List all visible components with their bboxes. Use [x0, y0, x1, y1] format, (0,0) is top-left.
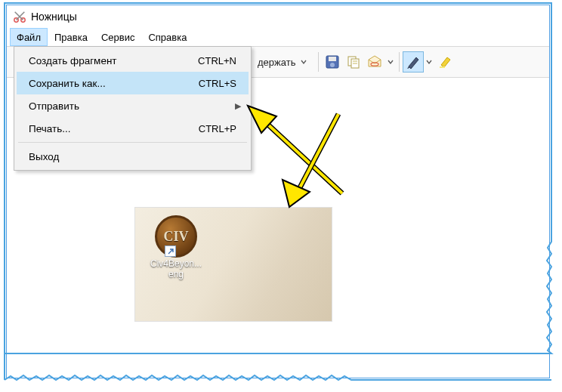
mail-icon — [366, 54, 383, 69]
menubar: Файл Правка Сервис Справка — [7, 28, 549, 46]
menu-edit[interactable]: Правка — [48, 28, 94, 46]
svg-rect-5 — [329, 57, 336, 61]
civ-icon: CIV — [155, 215, 197, 258]
icon-label: Civ4Beyon... eng — [146, 259, 206, 280]
toolbar-separator — [318, 52, 319, 72]
menu-help[interactable]: Справка — [141, 28, 193, 46]
civ-icon-text: CIV — [163, 229, 188, 245]
snipping-tool-window: Ножницы Файл Правка Сервис Справка держа… — [6, 5, 550, 378]
menu-item-save-as[interactable]: Сохранить как... CTRL+S — [17, 72, 249, 94]
menu-item-print[interactable]: Печать... CTRL+P — [17, 117, 249, 140]
highlighter-button[interactable] — [434, 51, 455, 73]
titlebar: Ножницы — [7, 5, 549, 28]
menu-tools[interactable]: Сервис — [94, 28, 142, 46]
svg-line-2 — [17, 12, 25, 20]
submenu-arrow-icon: ▶ — [233, 101, 241, 111]
delay-button-label: держать — [258, 57, 295, 68]
copy-button[interactable] — [343, 51, 364, 73]
delay-button-partial[interactable]: держать — [252, 54, 315, 71]
pen-button[interactable] — [403, 51, 424, 73]
menu-item-exit[interactable]: Выход — [17, 145, 249, 168]
svg-point-6 — [330, 63, 335, 67]
svg-line-3 — [15, 12, 23, 20]
desktop-shortcut: CIV Civ4Beyon... eng — [146, 215, 206, 280]
chevron-down-icon — [298, 59, 309, 65]
menu-separator — [18, 142, 247, 143]
save-button[interactable] — [322, 51, 343, 73]
menu-file[interactable]: Файл — [10, 28, 48, 46]
chevron-down-icon[interactable] — [385, 59, 396, 65]
file-menu-dropdown: Создать фрагмент CTRL+N Сохранить как...… — [14, 46, 252, 171]
shortcut-arrow-icon — [165, 245, 176, 257]
highlighter-icon — [437, 54, 452, 69]
mail-button[interactable] — [364, 51, 385, 73]
scissors-icon — [13, 10, 26, 23]
chevron-down-icon[interactable] — [424, 59, 434, 65]
captured-snip: CIV Civ4Beyon... eng — [135, 208, 332, 321]
copy-icon — [346, 54, 361, 69]
app-title: Ножницы — [31, 11, 77, 23]
menu-item-new[interactable]: Создать фрагмент CTRL+N — [17, 49, 249, 72]
pen-icon — [406, 54, 421, 69]
menu-item-send[interactable]: Отправить ▶ — [17, 94, 249, 117]
save-icon — [325, 54, 340, 69]
toolbar-separator — [399, 52, 400, 72]
svg-rect-12 — [440, 66, 445, 68]
